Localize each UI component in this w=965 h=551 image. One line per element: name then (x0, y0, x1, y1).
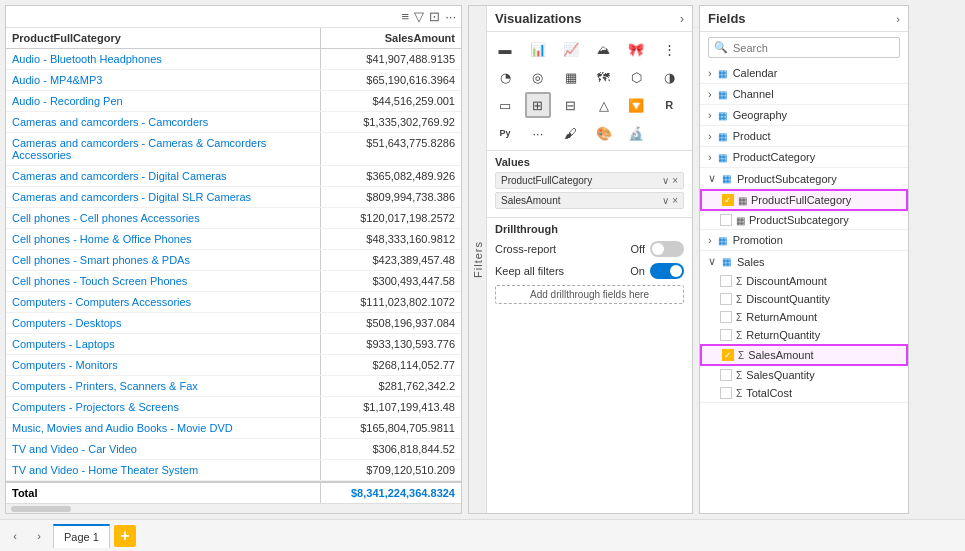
field-item-salesamount[interactable]: ✓ Σ SalesAmount (700, 344, 908, 366)
table-row[interactable]: Cameras and camcorders - Digital Cameras… (6, 166, 461, 187)
viz-icon-r[interactable]: R (656, 92, 682, 118)
field-type-icon: ▦ (738, 195, 747, 206)
field-group-product: › ▦ Product (700, 126, 908, 147)
keep-filters-toggle-switch[interactable] (650, 263, 684, 279)
scrollbar-thumb[interactable] (11, 506, 71, 512)
page-tab-1[interactable]: Page 1 (53, 524, 110, 548)
field-checkbox[interactable] (720, 387, 732, 399)
filter-icon[interactable]: ▽ (414, 9, 424, 24)
field-group-label: Product (733, 130, 771, 142)
viz-icon-area[interactable]: ⛰ (591, 36, 617, 62)
viz-icon-analytics[interactable]: 🔬 (623, 120, 649, 146)
search-input[interactable] (733, 42, 894, 54)
viz-icon-map[interactable]: 🗺 (591, 64, 617, 90)
field-item-salesquantity[interactable]: Σ SalesQuantity (700, 366, 908, 384)
table-row[interactable]: Cell phones - Cell phones Accessories $1… (6, 208, 461, 229)
table-row[interactable]: Computers - Projectors & Screens $1,107,… (6, 397, 461, 418)
field-item-totalcost[interactable]: Σ TotalCost (700, 384, 908, 402)
field-group-header-geography[interactable]: › ▦ Geography (700, 105, 908, 125)
viz-icon-matrix[interactable]: ⊟ (558, 92, 584, 118)
viz-icon-funnel[interactable]: ⬡ (623, 64, 649, 90)
collapse-icon: › (708, 109, 712, 121)
viz-icon-pie[interactable]: ◔ (492, 64, 518, 90)
more-icon[interactable]: ··· (445, 9, 456, 24)
field-checkbox[interactable] (720, 329, 732, 341)
table-row[interactable]: Cell phones - Smart phones & PDAs $423,3… (6, 250, 461, 271)
viz-icon-py[interactable]: Py (492, 120, 518, 146)
table-row[interactable]: Cameras and camcorders - Cameras & Camco… (6, 133, 461, 166)
field-checkbox[interactable] (720, 214, 732, 226)
field-group-header-sales[interactable]: ∨ ▦ Sales (700, 251, 908, 272)
table-row[interactable]: Computers - Laptops $933,130,593.776 (6, 334, 461, 355)
table-row[interactable]: Computers - Desktops $508,196,937.084 (6, 313, 461, 334)
cross-report-row: Cross-report Off (495, 241, 684, 257)
field-group-header-product[interactable]: › ▦ Product (700, 126, 908, 146)
viz-icon-bar[interactable]: 📊 (525, 36, 551, 62)
cross-report-toggle-switch[interactable] (650, 241, 684, 257)
viz-icon-ribbon[interactable]: 🎀 (623, 36, 649, 62)
field-checkbox[interactable]: ✓ (722, 349, 734, 361)
field-item-discountquantity[interactable]: Σ DiscountQuantity (700, 290, 908, 308)
value-chip-amount[interactable]: SalesAmount ∨ × (495, 192, 684, 209)
field-group-header-promotion[interactable]: › ▦ Promotion (700, 230, 908, 250)
viz-icon-gauge[interactable]: ◑ (656, 64, 682, 90)
viz-icon-more[interactable]: ··· (525, 120, 551, 146)
viz-icon-slicer[interactable]: 🔽 (623, 92, 649, 118)
field-checkbox[interactable] (720, 311, 732, 323)
field-group-header-channel[interactable]: › ▦ Channel (700, 84, 908, 104)
bottom-bar: ‹ › Page 1 + (0, 519, 965, 551)
table-row[interactable]: Computers - Computers Accessories $111,0… (6, 292, 461, 313)
nav-prev-button[interactable]: ‹ (5, 526, 25, 546)
value-chip-category[interactable]: ProductFullCategory ∨ × (495, 172, 684, 189)
viz-icon-stacked-bar[interactable]: ▬ (492, 36, 518, 62)
viz-icon-donut[interactable]: ◎ (525, 64, 551, 90)
viz-icon-treemap[interactable]: ▦ (558, 64, 584, 90)
field-item-discountamount[interactable]: Σ DiscountAmount (700, 272, 908, 290)
menu-icon[interactable]: ≡ (402, 9, 410, 24)
field-group-header-productcategory[interactable]: › ▦ ProductCategory (700, 147, 908, 167)
viz-icon-card[interactable]: ▭ (492, 92, 518, 118)
viz-icon-kpi[interactable]: △ (591, 92, 617, 118)
field-checkbox[interactable] (720, 369, 732, 381)
table-row[interactable]: Music, Movies and Audio Books - Movie DV… (6, 418, 461, 439)
table-row[interactable]: Computers - Monitors $268,114,052.77 (6, 355, 461, 376)
add-drillthrough-button[interactable]: Add drillthrough fields here (495, 285, 684, 304)
field-checkbox[interactable] (720, 275, 732, 287)
table-row[interactable]: Audio - Recording Pen $44,516,259.001 (6, 91, 461, 112)
horizontal-scrollbar[interactable] (6, 503, 461, 513)
fields-expand-arrow[interactable]: › (896, 13, 900, 25)
table-row[interactable]: Cell phones - Touch Screen Phones $300,4… (6, 271, 461, 292)
table-row[interactable]: Cell phones - Home & Office Phones $48,3… (6, 229, 461, 250)
add-page-button[interactable]: + (114, 525, 136, 547)
field-group-header-productsubcategory[interactable]: ∨ ▦ ProductSubcategory (700, 168, 908, 189)
field-item-returnquantity[interactable]: Σ ReturnQuantity (700, 326, 908, 344)
keep-filters-toggle[interactable]: On (630, 263, 684, 279)
table-row[interactable]: Cameras and camcorders - Camcorders $1,3… (6, 112, 461, 133)
table-row[interactable]: Audio - Bluetooth Headphones $41,907,488… (6, 49, 461, 70)
viz-icon-line[interactable]: 📈 (558, 36, 584, 62)
table-group-icon: ▦ (722, 173, 731, 184)
chip-icons-amount[interactable]: ∨ × (662, 195, 678, 206)
search-box[interactable]: 🔍 (708, 37, 900, 58)
viz-icon-format[interactable]: 🎨 (591, 120, 617, 146)
field-group-header-calendar[interactable]: › ▦ Calendar (700, 63, 908, 83)
cross-report-toggle[interactable]: Off (631, 241, 684, 257)
viz-expand-arrow[interactable]: › (680, 12, 684, 26)
viz-icon-brush[interactable]: 🖌 (558, 120, 584, 146)
field-checkbox[interactable]: ✓ (722, 194, 734, 206)
field-item-returnamount[interactable]: Σ ReturnAmount (700, 308, 908, 326)
table-row[interactable]: Cameras and camcorders - Digital SLR Cam… (6, 187, 461, 208)
chip-icons-category[interactable]: ∨ × (662, 175, 678, 186)
table-row[interactable]: TV and Video - Car Video $306,818,844.52 (6, 439, 461, 460)
field-item-productfullcategory[interactable]: ✓ ▦ ProductFullCategory (700, 189, 908, 211)
field-item-productsubcategory[interactable]: ▦ ProductSubcategory (700, 211, 908, 229)
table-row[interactable]: Computers - Printers, Scanners & Fax $28… (6, 376, 461, 397)
focus-icon[interactable]: ⊡ (429, 9, 440, 24)
nav-next-button[interactable]: › (29, 526, 49, 546)
field-checkbox[interactable] (720, 293, 732, 305)
table-row[interactable]: TV and Video - Home Theater System $709,… (6, 460, 461, 481)
viz-icon-table[interactable]: ⊞ (525, 92, 551, 118)
table-row[interactable]: Audio - MP4&MP3 $65,190,616.3964 (6, 70, 461, 91)
collapse-icon: › (708, 130, 712, 142)
viz-icon-scatter[interactable]: ⋮ (656, 36, 682, 62)
